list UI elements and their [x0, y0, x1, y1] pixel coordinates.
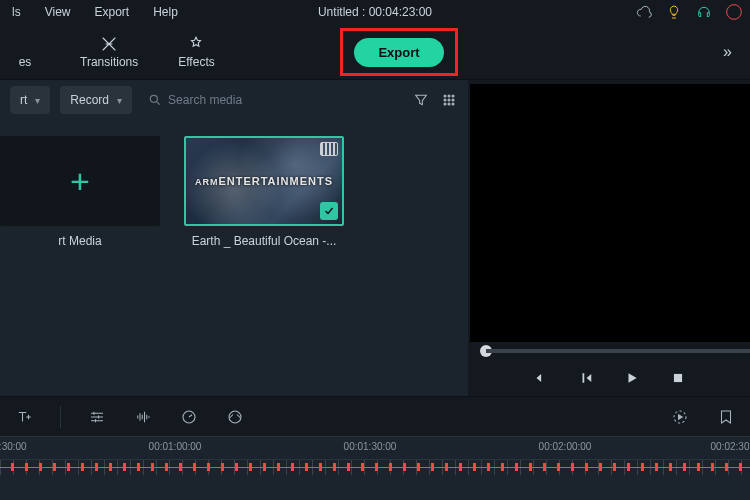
stop-button[interactable] — [669, 369, 687, 387]
duration-icon[interactable] — [225, 407, 245, 427]
record-dropdown[interactable]: Record ▾ — [60, 86, 132, 114]
clip-overlay-text: ARMENTERTAINMENTS — [195, 175, 333, 187]
media-panel: rt ▾ Record ▾ Search media + rt Media — [0, 80, 468, 396]
adjust-icon[interactable] — [87, 407, 107, 427]
add-text-icon[interactable] — [14, 407, 34, 427]
plus-icon: + — [70, 162, 90, 201]
svg-point-9 — [448, 103, 450, 105]
import-dropdown[interactable]: rt ▾ — [10, 86, 50, 114]
search-icon — [148, 93, 162, 107]
ruler-tick: 00:02:00:00 — [539, 441, 592, 452]
import-dropdown-label: rt — [20, 93, 27, 107]
svg-point-1 — [150, 95, 157, 102]
ruler-tick: 00:02:30 — [711, 441, 750, 452]
tab-titles-label: es — [19, 55, 32, 69]
video-badge-icon — [320, 142, 338, 156]
import-thumb[interactable]: + — [0, 136, 160, 226]
svg-point-8 — [444, 103, 446, 105]
tab-effects-label: Effects — [178, 55, 214, 69]
svg-point-4 — [452, 95, 454, 97]
account-icon[interactable] — [726, 4, 742, 20]
marker-icon[interactable] — [716, 407, 736, 427]
preview-controls — [468, 360, 750, 396]
tab-effects[interactable]: Effects — [178, 35, 214, 69]
support-icon[interactable] — [696, 4, 712, 20]
clip-label: Earth _ Beautiful Ocean -... — [192, 234, 337, 248]
search-input[interactable]: Search media — [142, 86, 282, 114]
svg-point-5 — [444, 99, 446, 101]
ruler-tick: 00:01:30:00 — [344, 441, 397, 452]
menu-tools[interactable]: ls — [0, 5, 33, 19]
preview-scrubber[interactable] — [468, 342, 750, 360]
ruler-tick: 00:01:00:00 — [149, 441, 202, 452]
clip-thumb[interactable]: ARMENTERTAINMENTS — [184, 136, 344, 226]
svg-rect-11 — [674, 374, 682, 382]
scrub-track[interactable] — [486, 349, 750, 353]
divider — [60, 406, 61, 428]
preview-panel — [468, 80, 750, 396]
more-tabs-icon[interactable]: » — [723, 43, 732, 61]
play-button[interactable] — [623, 369, 641, 387]
tab-titles[interactable]: es — [10, 35, 40, 69]
prev-frame-button[interactable] — [531, 369, 549, 387]
svg-point-2 — [444, 95, 446, 97]
main-toolbar: es Transitions Effects » Export — [0, 24, 750, 80]
svg-point-0 — [727, 5, 742, 20]
menu-view[interactable]: View — [33, 5, 83, 19]
menu-export[interactable]: Export — [82, 5, 141, 19]
cloud-icon[interactable] — [636, 4, 652, 20]
chevron-down-icon: ▾ — [117, 95, 122, 106]
used-badge-icon — [320, 202, 338, 220]
transitions-icon — [100, 35, 118, 53]
timeline-toolbar — [0, 396, 750, 436]
menu-help[interactable]: Help — [141, 5, 190, 19]
speed-icon[interactable] — [179, 407, 199, 427]
menu-bar: ls View Export Help Untitled : 00:04:23:… — [0, 0, 750, 24]
tips-icon[interactable] — [666, 4, 682, 20]
tab-transitions[interactable]: Transitions — [80, 35, 138, 69]
svg-point-6 — [448, 99, 450, 101]
import-media-tile[interactable]: + rt Media — [0, 136, 160, 248]
titles-icon — [16, 35, 34, 53]
play-pause-button[interactable] — [577, 369, 595, 387]
search-placeholder: Search media — [168, 93, 242, 107]
ruler-redline — [0, 467, 750, 468]
audio-levels-icon[interactable] — [133, 407, 153, 427]
ruler-tick: 0:30:00 — [0, 441, 27, 452]
svg-point-10 — [452, 103, 454, 105]
filter-icon[interactable] — [412, 91, 430, 109]
svg-point-7 — [452, 99, 454, 101]
export-highlight: Export — [340, 28, 458, 76]
import-media-label: rt Media — [58, 234, 101, 248]
record-dropdown-label: Record — [70, 93, 109, 107]
grid-view-icon[interactable] — [440, 91, 458, 109]
svg-point-3 — [448, 95, 450, 97]
timeline-ruler[interactable]: 0:30:00 00:01:00:00 00:01:30:00 00:02:00… — [0, 436, 750, 476]
tab-transitions-label: Transitions — [80, 55, 138, 69]
render-icon[interactable] — [670, 407, 690, 427]
preview-viewport[interactable] — [470, 84, 750, 342]
chevron-down-icon: ▾ — [35, 95, 40, 106]
export-button[interactable]: Export — [354, 38, 443, 67]
media-clip-tile[interactable]: ARMENTERTAINMENTS Earth _ Beautiful Ocea… — [184, 136, 344, 248]
effects-icon — [187, 35, 205, 53]
